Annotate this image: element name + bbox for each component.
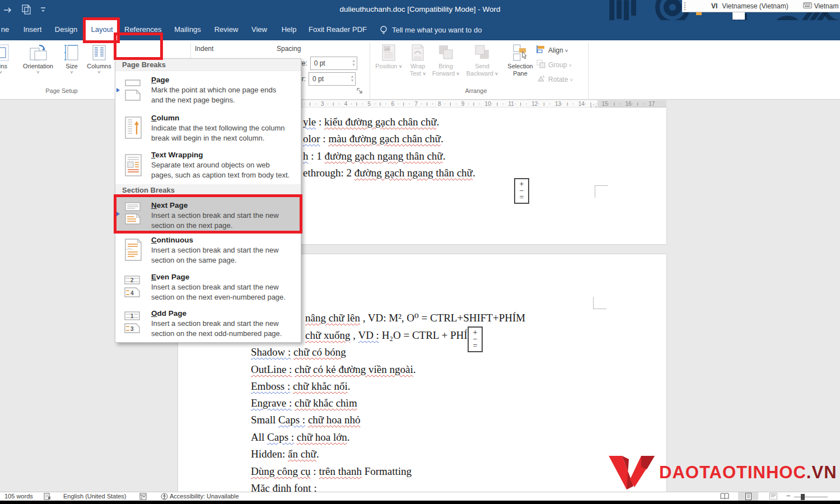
zoom-out-button[interactable]: − bbox=[786, 492, 791, 500]
menu-item-even-page[interactable]: 24Even PageInsert a section break and st… bbox=[115, 268, 301, 305]
tell-me-box[interactable]: Tell me what you want to do bbox=[380, 20, 482, 40]
read-mode-button[interactable] bbox=[720, 493, 729, 501]
margins-button[interactable]: rgins ˅ bbox=[0, 44, 17, 75]
selection-pane-button[interactable]: Selection Pane bbox=[503, 44, 538, 77]
tab-review[interactable]: Review bbox=[213, 20, 240, 40]
menu-item-continuous[interactable]: ContinuousInsert a section break and sta… bbox=[115, 231, 301, 268]
selection-pane-icon bbox=[503, 44, 538, 63]
menu-item-text-wrapping[interactable]: Text WrappingSeparate text around object… bbox=[115, 146, 301, 184]
spacing-before-spinner[interactable]: ˄˅ bbox=[353, 60, 355, 67]
accessibility-status[interactable]: Accessibility: Unavailable bbox=[170, 493, 239, 500]
keyboard-icon[interactable] bbox=[803, 2, 812, 10]
status-bar: 105 words English (United States) Access… bbox=[0, 492, 840, 501]
tab-layout[interactable]: Layout bbox=[85, 20, 119, 40]
document-text-line[interactable]: All Caps : chữ hoa lớn. bbox=[251, 431, 350, 444]
document-text-line[interactable]: yle : kiểu đường gạch chân chữ. bbox=[303, 116, 439, 128]
document-text-line[interactable]: Small Caps : chữ hoa nhỏ bbox=[251, 414, 361, 426]
ruler-tick: ı bbox=[356, 101, 358, 107]
columns-label: Columns bbox=[83, 63, 115, 69]
document-text-line[interactable]: nâng chữ lên , VD: M², O⁰ = CTRL+SHIFT+P… bbox=[305, 311, 525, 324]
menu-item-title: Text Wrapping bbox=[151, 151, 298, 159]
zoom-slider-handle[interactable] bbox=[801, 494, 805, 500]
document-text-line[interactable]: Engrave : chữ khắc chìm bbox=[251, 397, 357, 409]
ruler-tick: · bbox=[374, 101, 375, 107]
ruler-tick: · bbox=[642, 101, 644, 107]
spacing-before-input[interactable]: 0 pt ˄˅ bbox=[310, 57, 357, 70]
tab-foxit-reader-pdf[interactable]: Foxit Reader PDF bbox=[308, 20, 367, 40]
menu-item-description: Insert a section break and start the new… bbox=[151, 319, 298, 339]
bring-forward-button: Bring Forward ˅ bbox=[428, 44, 463, 78]
ruler-number: 11 bbox=[508, 101, 514, 107]
language-code[interactable]: VI bbox=[711, 2, 717, 10]
ruler-tick: ı bbox=[543, 101, 545, 107]
tray-language-label[interactable]: Vietnam bbox=[814, 2, 839, 10]
spacing-after-value: 0 pt bbox=[312, 75, 324, 83]
page-break-icon bbox=[115, 71, 151, 109]
tab-design[interactable]: Design bbox=[54, 20, 78, 40]
spacing-after-spinner[interactable]: ˄˅ bbox=[351, 76, 353, 82]
word-count[interactable]: 105 words bbox=[4, 493, 33, 500]
tab-help[interactable]: Help bbox=[279, 20, 298, 40]
text-wrapping-icon bbox=[115, 146, 151, 184]
ruler-tick: ı bbox=[520, 101, 521, 107]
orientation-button[interactable]: Orientation ˅ bbox=[22, 44, 54, 75]
menu-item-odd-page[interactable]: 13Odd PageInsert a section break and sta… bbox=[115, 305, 301, 340]
langbar-grip[interactable] bbox=[684, 2, 687, 10]
tab-ne[interactable]: ne bbox=[0, 20, 10, 40]
horizontal-ruler[interactable]: 3·ı·4·ı·5·ı·6·ı·7·ı·8·ı·9·ı·10·ı·11·ı·12… bbox=[302, 100, 666, 108]
menu-item-description: Insert a section break and start the new… bbox=[151, 245, 298, 265]
tab-references[interactable]: References bbox=[124, 20, 161, 40]
spacing-after-input[interactable]: 0 pt ˄˅ bbox=[309, 72, 356, 86]
windows-language-bar[interactable]: VI Vietnamese (Vietnam) Vietnam bbox=[682, 0, 840, 12]
ruler-tick: · bbox=[421, 101, 422, 107]
menu-item-next-page[interactable]: Next PageInsert a section break and star… bbox=[115, 197, 301, 231]
document-text-line[interactable]: Dùng công cụ : trên thanh Formatting bbox=[251, 465, 412, 478]
ruler-tick: · bbox=[408, 101, 410, 107]
columns-button[interactable]: Columns ˅ bbox=[83, 44, 115, 75]
tell-me-label[interactable]: Tell me what you want to do bbox=[392, 21, 482, 40]
language-status[interactable]: English (United States) bbox=[63, 493, 127, 500]
continuous-icon bbox=[115, 231, 151, 268]
zoom-slider-track[interactable] bbox=[794, 497, 828, 497]
language-name[interactable]: Vietnamese (Vietnam) bbox=[722, 2, 788, 10]
tab-insert[interactable]: Insert bbox=[21, 20, 44, 40]
web-layout-button[interactable] bbox=[769, 493, 777, 501]
document-text-line[interactable]: Emboss : chữ khắc nổi. bbox=[251, 380, 351, 393]
ruler-tick: · bbox=[502, 101, 503, 107]
document-text-line[interactable]: ethrough: 2 đường gạch ngang thân chữ. bbox=[303, 167, 475, 179]
print-layout-button[interactable] bbox=[745, 493, 752, 501]
ruler-tick: · bbox=[351, 101, 352, 107]
spacing-before-value: 0 pt bbox=[314, 59, 325, 67]
document-text-line[interactable]: Hidden: ẩn chữ. bbox=[251, 448, 319, 460]
plus-equals-keycap-image: +−= bbox=[468, 326, 483, 352]
ruler-tick: · bbox=[514, 101, 516, 107]
ruler-number: 4 bbox=[344, 101, 348, 107]
send-backward-icon bbox=[465, 44, 500, 63]
ruler-tick: · bbox=[455, 101, 457, 107]
menu-item-title: Even Page bbox=[151, 273, 298, 281]
ruler-tick: ı bbox=[450, 101, 451, 107]
tab-view[interactable]: View bbox=[250, 20, 269, 40]
ruler-tick: · bbox=[479, 101, 480, 107]
menu-item-title: Continuous bbox=[151, 236, 298, 244]
align-button[interactable]: Align ˅ bbox=[536, 45, 568, 55]
menu-item-column[interactable]: ColumnIndicate that the text following t… bbox=[115, 109, 301, 146]
menu-item-page[interactable]: PageMark the point at which one page end… bbox=[115, 71, 301, 109]
document-text-line[interactable]: Shadow : chữ có bóng bbox=[251, 346, 346, 358]
tab-mailings[interactable]: Mailings bbox=[172, 20, 203, 40]
menu-section-header: Page Breaks bbox=[115, 59, 301, 71]
document-text-line[interactable]: h : 1 đường gạch ngang thân chữ. bbox=[303, 150, 445, 162]
document-text-line[interactable]: olor : màu đường gạch chân chữ. bbox=[303, 133, 444, 145]
page-setup-group-label: Page Setup bbox=[31, 87, 92, 94]
document-text-line[interactable]: OutLine : chữ có kẻ đường viền ngoài. bbox=[251, 363, 416, 376]
macro-icon[interactable] bbox=[139, 493, 147, 501]
taskbar-strip bbox=[0, 501, 840, 504]
accessibility-icon[interactable] bbox=[161, 493, 168, 501]
ruler-tick: · bbox=[304, 101, 305, 107]
odd-page-icon: 13 bbox=[115, 305, 151, 340]
menu-section-header: Section Breaks bbox=[115, 184, 301, 197]
paragraph-dialog-launcher[interactable] bbox=[357, 88, 365, 96]
orientation-label: Orientation bbox=[22, 63, 54, 69]
proofing-status-icon[interactable] bbox=[44, 493, 52, 501]
document-text-line[interactable]: chữ xuống , VD : H₂O = CTRL + PHÍM bbox=[305, 329, 477, 342]
